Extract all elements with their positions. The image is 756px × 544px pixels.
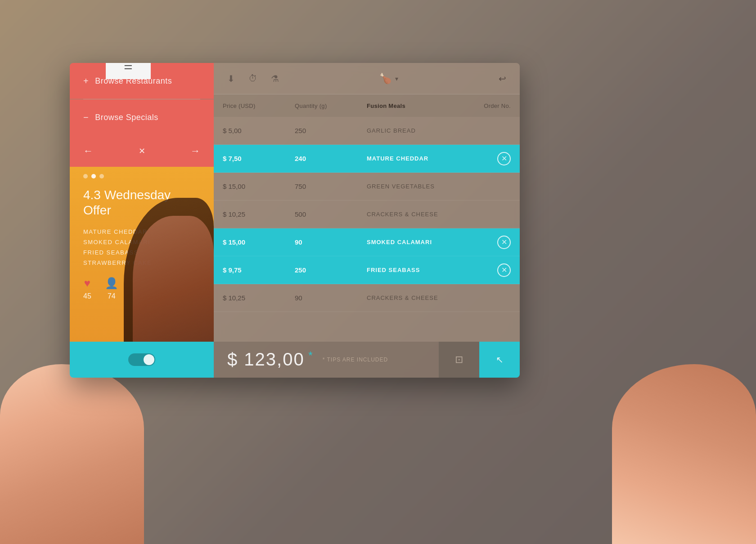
total-section: $ 123,00 * * TIPS ARE INCLUDED [214,342,439,378]
item-name-4: CRACKERS & CHEESE [367,211,511,218]
dots-indicator [70,167,214,183]
price-6: $ 9,75 [223,266,295,274]
minus-icon: − [83,113,89,122]
chevron-down-icon: ▾ [395,75,398,82]
arrow-left-button[interactable]: ← [83,145,93,157]
browse-specials-label: Browse Specials [95,113,158,122]
logo-tab: ☰ [106,63,151,79]
price-header: Price (USD) [223,103,295,109]
qty-4: 500 [295,210,367,218]
heart-icon: ♥ [84,277,90,290]
icons-row: ⬇ ⏱ ⚗ 🍗 ▾ ↩ [214,63,520,94]
price-3: $ 15,00 [223,183,295,190]
left-panel: + Browse Restaurants − Browse Specials ←… [70,63,214,378]
name-header: Fusion Meals [367,103,457,109]
offer-image [133,216,214,342]
right-panel: ⬇ ⏱ ⚗ 🍗 ▾ ↩ Price (USD) Quantity (g) Fus… [214,63,520,378]
tips-asterisk: * [305,349,314,361]
plus-icon: + [83,76,89,86]
tablet-body: + Browse Restaurants − Browse Specials ←… [70,63,520,378]
menu-row-6[interactable]: $ 9,75 250 FRIED SEABASS ✕ [214,256,520,284]
menu-rows: $ 5,00 250 GARLIC BREAD $ 7,50 240 MATUR… [214,117,520,342]
price-4: $ 10,25 [223,210,295,218]
item-name-6: FRIED SEABASS [367,267,497,273]
bottom-row: $ 123,00 * * TIPS ARE INCLUDED ⊡ ↖ [214,342,520,378]
menu-row-1[interactable]: $ 5,00 250 GARLIC BREAD [214,117,520,145]
total-amount: $ 123,00 * [227,349,314,370]
diners-count: 74 [108,292,116,300]
item-name-7: CRACKERS & CHEESE [367,294,511,301]
bottom-left-panel [70,342,214,378]
price-7: $ 10,25 [223,294,295,302]
item-name-2: MATURE CHEDDAR [367,155,497,162]
price-1: $ 5,00 [223,127,295,134]
qty-7: 90 [295,294,367,302]
menu-row-5[interactable]: $ 15,00 90 SMOKED CALAMARI ✕ [214,228,520,256]
total-value: $ 123,00 [227,350,305,370]
remove-button-6[interactable]: ✕ [497,263,511,277]
menu-row-7[interactable]: $ 10,25 90 CRACKERS & CHEESE [214,284,520,312]
checkout-button[interactable]: ⊡ [439,342,479,378]
item-name-5: SMOKED CALAMARI [367,239,497,245]
flask-icon[interactable]: ⚗ [271,73,279,84]
diners-stat: 👤 74 [105,277,118,300]
offer-card: 4.3 Wednesday Offer MATURE CHEDDAR SMOKE… [70,167,214,342]
likes-stat: ♥ 45 [83,277,91,300]
logo-icon: ☰ [124,63,133,72]
browse-specials-button[interactable]: − Browse Specials [70,99,214,135]
price-2: $ 7,50 [223,155,295,162]
price-5: $ 15,00 [223,238,295,246]
item-name-1: GARLIC BREAD [367,127,511,134]
qty-header: Quantity (g) [295,103,367,109]
nav-arrows: ← ✕ → [70,135,214,167]
likes-count: 45 [83,292,91,300]
dot-1 [83,174,88,178]
checkout-icon: ⊡ [455,354,463,366]
back-button[interactable]: ↩ [499,73,506,84]
hand-right [612,364,756,544]
clock-icon[interactable]: ⏱ [248,73,257,84]
qty-5: 90 [295,238,367,246]
qty-3: 750 [295,183,367,190]
food-icon: 🍗 [379,73,392,85]
download-icon[interactable]: ⬇ [227,73,235,84]
toggle-switch[interactable] [128,353,155,366]
toggle-thumb [144,354,154,365]
navigate-icon: ↖ [496,354,504,365]
qty-1: 250 [295,127,367,134]
tips-label: * TIPS ARE INCLUDED [323,357,388,363]
order-header: Order No. [457,103,511,109]
remove-button-2[interactable]: ✕ [497,152,511,165]
person-icon: 👤 [105,277,118,290]
remove-button-5[interactable]: ✕ [497,236,511,249]
menu-row-2[interactable]: $ 7,50 240 MATURE CHEDDAR ✕ [214,145,520,173]
column-headers: Price (USD) Quantity (g) Fusion Meals Or… [214,94,520,117]
hand-left [0,364,144,544]
arrow-right-button[interactable]: → [190,145,200,157]
tablet-container: ☰ + Browse Restaurants − Browse Specials… [70,63,520,378]
dot-3 [99,174,104,178]
menu-row-3[interactable]: $ 15,00 750 GREEN VEGETABLES [214,173,520,201]
qty-6: 250 [295,266,367,274]
close-button[interactable]: ✕ [139,146,145,156]
navigate-button[interactable]: ↖ [479,342,520,378]
food-dropdown[interactable]: 🍗 ▾ [379,73,398,85]
menu-row-4[interactable]: $ 10,25 500 CRACKERS & CHEESE [214,201,520,228]
qty-2: 240 [295,155,367,162]
item-name-3: GREEN VEGETABLES [367,183,511,190]
dot-2 [91,174,96,178]
